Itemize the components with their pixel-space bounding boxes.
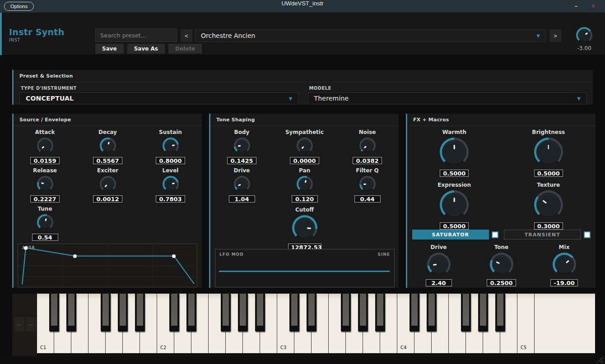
release-knob[interactable]: [37, 176, 53, 192]
drive-knob[interactable]: [427, 253, 451, 276]
black-key[interactable]: [118, 294, 128, 332]
model-dropdown[interactable]: Theremine ▼: [308, 92, 587, 104]
mix-knob[interactable]: [553, 253, 576, 276]
black-key[interactable]: [427, 294, 437, 332]
next-preset-button[interactable]: >: [549, 29, 561, 42]
white-key[interactable]: C5: [517, 294, 535, 353]
panels-row: Source / Envelope Attack0.0159Decay0.556…: [12, 114, 596, 288]
panel-title: FX + Macros: [407, 114, 596, 126]
noise-value[interactable]: 0.0382: [353, 157, 382, 164]
knob-knob[interactable]: [576, 27, 592, 43]
black-key[interactable]: [341, 294, 351, 332]
knob-group-exciter: Exciter0.0012: [76, 167, 139, 203]
black-key[interactable]: [375, 294, 385, 332]
saturator-button[interactable]: SATURATOR: [412, 230, 489, 240]
texture-knob[interactable]: [534, 190, 563, 219]
black-key[interactable]: [307, 294, 316, 332]
keyboard-option-button[interactable]: ...: [14, 317, 24, 332]
expression-knob[interactable]: [440, 190, 469, 219]
black-key[interactable]: [169, 294, 179, 332]
filter-q-value[interactable]: 0.44: [354, 195, 381, 203]
black-key[interactable]: [255, 294, 265, 332]
level-value[interactable]: 0.7803: [156, 195, 185, 203]
transient-checkbox[interactable]: [584, 231, 591, 238]
drive-value[interactable]: 1.04: [229, 195, 255, 203]
lfo-mod-display[interactable]: LFO MOD SINE: [215, 249, 395, 287]
pan-knob[interactable]: [297, 176, 313, 192]
exciter-value[interactable]: 0.0012: [93, 195, 122, 203]
sustain-knob[interactable]: [163, 138, 179, 154]
tone-knob[interactable]: [490, 253, 513, 276]
sympathetic-knob[interactable]: [297, 138, 313, 154]
exciter-knob[interactable]: [100, 176, 116, 192]
texture-value[interactable]: 0.3000: [534, 222, 563, 230]
level-knob[interactable]: [163, 176, 179, 192]
black-key[interactable]: [135, 294, 145, 332]
keyboard-option-button[interactable]: ...: [26, 317, 36, 332]
black-key[interactable]: [461, 294, 471, 332]
black-key[interactable]: [186, 294, 196, 332]
expression-value[interactable]: 0.5000: [440, 222, 469, 230]
attack-value[interactable]: 0.0159: [30, 157, 59, 164]
save-button[interactable]: Save: [95, 44, 124, 54]
brightness-knob[interactable]: [534, 138, 563, 166]
black-key[interactable]: [495, 294, 505, 332]
adsr-node[interactable]: [172, 254, 176, 258]
attack-knob[interactable]: [37, 138, 53, 154]
lfo-mod-label: LFO MOD: [219, 252, 244, 257]
black-key[interactable]: [478, 294, 488, 332]
body-value[interactable]: 0.1425: [227, 157, 256, 164]
noise-knob[interactable]: [359, 138, 376, 154]
close-button[interactable]: ✕: [586, 0, 600, 13]
source-envelope-panel: Source / Envelope Attack0.0159Decay0.556…: [12, 114, 202, 288]
knob-group-knob: [576, 27, 592, 43]
cutoff-knob[interactable]: [292, 215, 317, 240]
release-value[interactable]: 0.2227: [30, 195, 59, 203]
body-knob[interactable]: [234, 138, 250, 154]
instrument-type-dropdown[interactable]: CONCEPTUAL ▼: [19, 92, 299, 104]
drive-value[interactable]: 2.40: [426, 279, 452, 286]
pan-value[interactable]: 0.120: [292, 195, 318, 203]
saturator-checkbox[interactable]: [492, 231, 498, 238]
black-key[interactable]: [410, 294, 419, 332]
tune-knob[interactable]: [37, 214, 53, 230]
minimize-button[interactable]: –: [569, 0, 583, 13]
tune-value[interactable]: 0.54: [32, 234, 58, 241]
adsr-display[interactable]: ADSR: [18, 244, 197, 287]
decay-value[interactable]: 0.5567: [93, 157, 122, 164]
transient-button[interactable]: TRANSIENT: [504, 230, 582, 240]
adsr-node[interactable]: [24, 246, 28, 250]
black-key[interactable]: [238, 294, 248, 332]
tune-label: Tune: [37, 206, 52, 212]
prev-preset-button[interactable]: <: [181, 29, 192, 42]
preset-actions: Save Save As Delete: [95, 44, 202, 54]
delete-button[interactable]: Delete: [168, 44, 202, 54]
black-key[interactable]: [66, 294, 76, 332]
tone-value[interactable]: 0.2500: [487, 279, 516, 286]
black-key[interactable]: [221, 294, 231, 332]
black-key[interactable]: [289, 294, 299, 332]
drive-knob[interactable]: [234, 176, 250, 192]
search-preset-input[interactable]: [95, 28, 177, 42]
sympathetic-value[interactable]: 0.0000: [290, 157, 319, 164]
app-name: Instr Synth: [9, 27, 64, 37]
knob-group-level: Level0.7803: [139, 167, 202, 203]
mix-value[interactable]: -19.00: [550, 279, 578, 286]
knob-group-drive: Drive1.04: [210, 167, 273, 203]
black-key[interactable]: [101, 294, 111, 332]
sustain-value[interactable]: 0.8000: [156, 157, 185, 164]
decay-knob[interactable]: [100, 138, 116, 154]
preset-dropdown[interactable]: Orchestre Ancien ▼: [195, 29, 546, 42]
adsr-node[interactable]: [73, 254, 77, 258]
save-as-button[interactable]: Save As: [127, 44, 165, 54]
brightness-value[interactable]: 0.5000: [534, 170, 563, 177]
knob-group-sympathetic: Sympathetic0.0000: [273, 129, 336, 164]
filter-q-knob[interactable]: [359, 176, 376, 192]
filter-q-knob-pointer: [358, 175, 376, 193]
warmth-value[interactable]: 0.5000: [440, 170, 469, 177]
level-label: Level: [163, 167, 179, 174]
release-knob-pointer: [35, 174, 55, 194]
warmth-knob[interactable]: [440, 138, 469, 166]
black-key[interactable]: [49, 294, 59, 332]
black-key[interactable]: [358, 294, 368, 332]
